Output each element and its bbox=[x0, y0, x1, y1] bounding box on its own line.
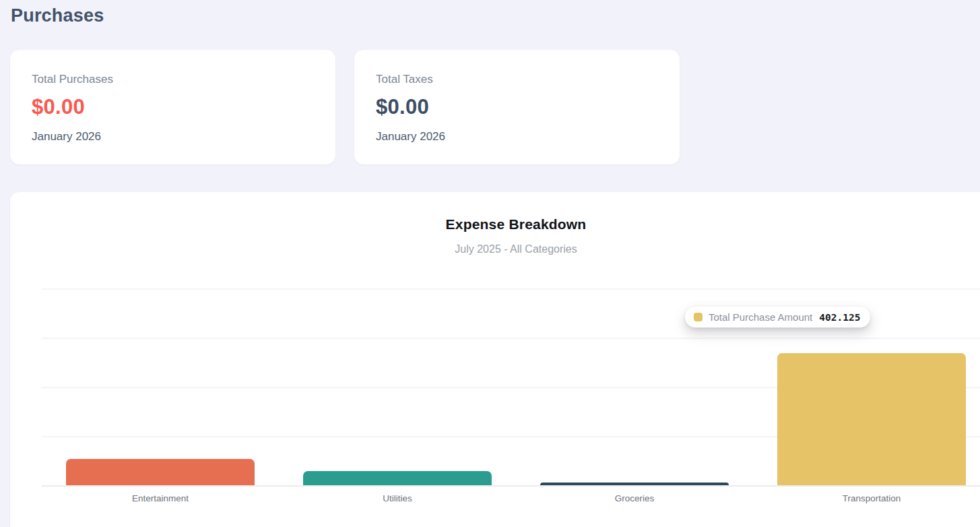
x-axis-label-transportation: Transportation bbox=[753, 493, 980, 503]
bar-entertainment[interactable] bbox=[66, 459, 255, 485]
tooltip-value: 402.125 bbox=[819, 312, 860, 323]
total-purchases-label: Total Purchases bbox=[32, 73, 314, 86]
x-axis-label-utilities: Utilities bbox=[279, 493, 516, 503]
total-taxes-label: Total Taxes bbox=[376, 73, 658, 86]
chart-subtitle: July 2025 - All Categories bbox=[42, 243, 980, 255]
x-axis-label-groceries: Groceries bbox=[516, 493, 753, 503]
summary-cards-row: Total Purchases $0.00 January 2026 Total… bbox=[10, 50, 680, 164]
total-purchases-period: January 2026 bbox=[32, 130, 314, 144]
gridline bbox=[42, 338, 980, 339]
chart-title: Expense Breakdown bbox=[42, 216, 980, 232]
x-axis-label-entertainment: Entertainment bbox=[42, 493, 279, 503]
bar-utilities[interactable] bbox=[303, 471, 492, 485]
total-taxes-amount: $0.00 bbox=[376, 95, 658, 119]
total-taxes-period: January 2026 bbox=[376, 130, 658, 144]
chart-header: Expense Breakdown July 2025 - All Catego… bbox=[42, 216, 980, 255]
bar-groceries[interactable] bbox=[540, 483, 729, 485]
page-title: Purchases bbox=[11, 5, 104, 26]
expense-breakdown-card: Expense Breakdown July 2025 - All Catego… bbox=[10, 192, 980, 527]
total-purchases-card: Total Purchases $0.00 January 2026 bbox=[10, 50, 335, 164]
gridline bbox=[42, 288, 980, 290]
chart-tooltip: Total Purchase Amount 402.125 bbox=[685, 307, 870, 328]
total-purchases-amount: $0.00 bbox=[32, 95, 314, 119]
tooltip-series-swatch-icon bbox=[694, 313, 703, 321]
total-taxes-card: Total Taxes $0.00 January 2026 bbox=[354, 50, 680, 164]
bar-transportation[interactable] bbox=[777, 353, 966, 485]
tooltip-series-label: Total Purchase Amount bbox=[709, 311, 812, 323]
